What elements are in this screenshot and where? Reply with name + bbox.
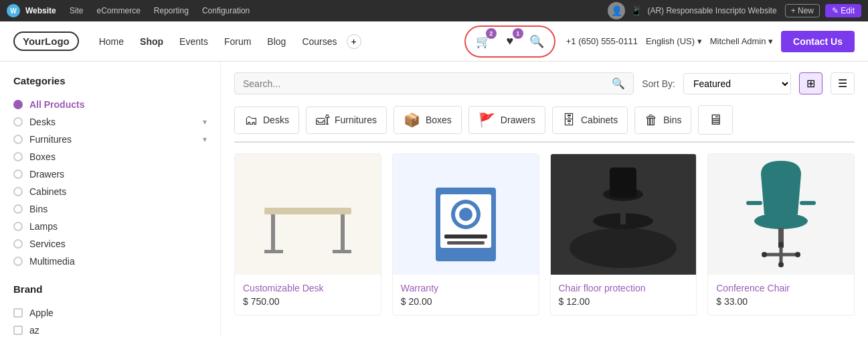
- product-info-desk: Customizable Desk $ 750.00: [235, 275, 381, 315]
- svg-rect-16: [610, 167, 636, 198]
- nav-add-button[interactable]: +: [347, 34, 361, 49]
- sort-label: Sort By:: [642, 78, 675, 89]
- grid-view-button[interactable]: ⊞: [799, 72, 822, 94]
- svg-point-17: [754, 213, 808, 229]
- cat-tag-boxes[interactable]: 📦 Boxes: [394, 106, 462, 134]
- svg-rect-1: [271, 214, 275, 251]
- category-desks[interactable]: Desks ▾: [13, 113, 207, 131]
- nav-home[interactable]: Home: [92, 33, 131, 50]
- category-bins[interactable]: Bins: [13, 200, 207, 218]
- boxes-tag-label: Boxes: [426, 115, 452, 125]
- nav-courses[interactable]: Courses: [295, 33, 343, 50]
- product-name-conf-chair: Conference Chair: [716, 283, 846, 293]
- logo-logo: Logo: [45, 36, 70, 47]
- bins-tag-label: Bins: [663, 115, 681, 125]
- furnitures-tag-icon: 🛋: [316, 113, 329, 128]
- product-price-desk: $ 750.00: [243, 296, 373, 307]
- nav-shop[interactable]: Shop: [133, 33, 170, 50]
- nav-forum[interactable]: Forum: [218, 33, 258, 50]
- user-menu[interactable]: Mitchell Admin ▾: [710, 36, 773, 46]
- product-card-chairmat[interactable]: Chair floor protection $ 12.00: [550, 153, 697, 316]
- categories-title: Categories: [13, 75, 207, 86]
- category-multimedia[interactable]: Multimedia: [13, 253, 207, 270]
- boxes-tag-icon: 📦: [404, 112, 420, 128]
- cabinets-tag-icon: 🗄: [562, 113, 576, 128]
- svg-rect-2: [341, 214, 345, 251]
- product-image-chairmat: [551, 154, 697, 275]
- svg-point-12: [570, 228, 677, 268]
- product-price-chairmat: $ 12.00: [559, 296, 689, 307]
- brand-apple[interactable]: Apple: [13, 304, 207, 322]
- product-image-warranty: [393, 154, 539, 275]
- brand-list: Apple az: [13, 304, 207, 337]
- desks-tag-icon: 🗂: [244, 113, 258, 128]
- svg-rect-10: [444, 234, 487, 239]
- new-button[interactable]: + New: [785, 4, 820, 17]
- category-services[interactable]: Services: [13, 235, 207, 253]
- svg-rect-11: [447, 241, 485, 245]
- language-selector[interactable]: English (US) ▾: [646, 36, 702, 46]
- category-all-products[interactable]: All Products: [13, 96, 207, 113]
- category-tags: 🗂 Desks 🛋 Furnitures 📦 Boxes 🚩 Drawers 🗄…: [234, 105, 855, 143]
- search-button[interactable]: 🔍: [525, 29, 549, 54]
- edit-button[interactable]: ✎ Edit: [825, 4, 861, 17]
- product-price-conf-chair: $ 33.00: [716, 296, 846, 307]
- furnitures-tag-label: Furnitures: [335, 115, 377, 125]
- cat-tag-cabinets[interactable]: 🗄 Cabinets: [552, 107, 628, 134]
- svg-rect-3: [264, 250, 283, 253]
- svg-rect-0: [264, 208, 351, 214]
- drawers-tag-label: Drawers: [501, 115, 535, 125]
- svg-point-9: [459, 208, 472, 221]
- sort-select[interactable]: Featured Newest Arrivals Name (A-Z) Pric…: [683, 73, 791, 94]
- brand-az[interactable]: az: [13, 322, 207, 337]
- cart-button[interactable]: 🛒 2: [471, 29, 495, 54]
- logo[interactable]: YourLogo: [13, 31, 79, 51]
- cat-tag-drawers[interactable]: 🚩 Drawers: [468, 106, 545, 134]
- category-lamps[interactable]: Lamps: [13, 218, 207, 235]
- cat-tag-bins[interactable]: 🗑 Bins: [634, 107, 691, 134]
- product-info-chairmat: Chair floor protection $ 12.00: [551, 275, 697, 315]
- admin-bar: W Website Site eCommerce Reporting Confi…: [0, 0, 868, 21]
- svg-point-24: [778, 262, 784, 267]
- drawers-tag-icon: 🚩: [479, 112, 495, 128]
- wishlist-badge: 1: [513, 28, 523, 39]
- category-furnitures[interactable]: Furnitures ▾: [13, 131, 207, 148]
- search-icon-button[interactable]: 🔍: [612, 77, 625, 90]
- user-avatar: 👤: [608, 2, 625, 19]
- category-list: All Products Desks ▾ Furnitures ▾ Boxes: [13, 96, 207, 270]
- product-image-desk: [235, 154, 381, 275]
- cat-tag-desks[interactable]: 🗂 Desks: [234, 107, 299, 134]
- search-input[interactable]: [243, 78, 612, 89]
- page-body: Categories All Products Desks ▾ Furnitur…: [0, 62, 868, 337]
- icon-group: 🛒 2 ♥ 1 🔍: [464, 25, 555, 58]
- search-box: 🔍: [234, 72, 634, 94]
- admin-tab-reporting[interactable]: Reporting: [149, 6, 194, 15]
- admin-tab-ecommerce[interactable]: eCommerce: [91, 6, 145, 15]
- category-boxes[interactable]: Boxes: [13, 148, 207, 165]
- product-card-desk[interactable]: Customizable Desk $ 750.00: [234, 153, 381, 316]
- category-drawers[interactable]: Drawers: [13, 165, 207, 183]
- contact-us-button[interactable]: Contact Us: [781, 31, 855, 52]
- wishlist-button[interactable]: ♥ 1: [498, 29, 522, 54]
- product-info-conf-chair: Conference Chair $ 33.00: [708, 275, 854, 315]
- product-info-warranty: Warranty $ 20.00: [393, 275, 539, 315]
- main-nav: YourLogo Home Shop Events Forum Blog Cou…: [0, 21, 868, 62]
- nav-blog[interactable]: Blog: [260, 33, 292, 50]
- desks-tag-label: Desks: [263, 115, 289, 125]
- svg-point-22: [795, 252, 800, 257]
- category-cabinets[interactable]: Cabinets: [13, 183, 207, 200]
- mobile-icon: 📱: [630, 5, 642, 16]
- cat-tag-furnitures[interactable]: 🛋 Furnitures: [306, 107, 387, 134]
- cat-tag-more[interactable]: 🖥: [698, 105, 733, 135]
- nav-links: Home Shop Events Forum Blog Courses +: [92, 33, 361, 50]
- admin-tab-configuration[interactable]: Configuration: [197, 6, 255, 15]
- product-card-warranty[interactable]: Warranty $ 20.00: [392, 153, 539, 316]
- svg-rect-25: [746, 201, 762, 205]
- product-card-conf-chair[interactable]: Conference Chair $ 33.00: [707, 153, 855, 316]
- nav-events[interactable]: Events: [173, 33, 215, 50]
- brand-title: Brand: [13, 283, 207, 295]
- admin-tab-site[interactable]: Site: [64, 6, 89, 15]
- list-view-button[interactable]: ☰: [831, 72, 855, 94]
- app-logo-icon: W: [7, 4, 20, 17]
- product-grid: Customizable Desk $ 750.00: [234, 153, 855, 316]
